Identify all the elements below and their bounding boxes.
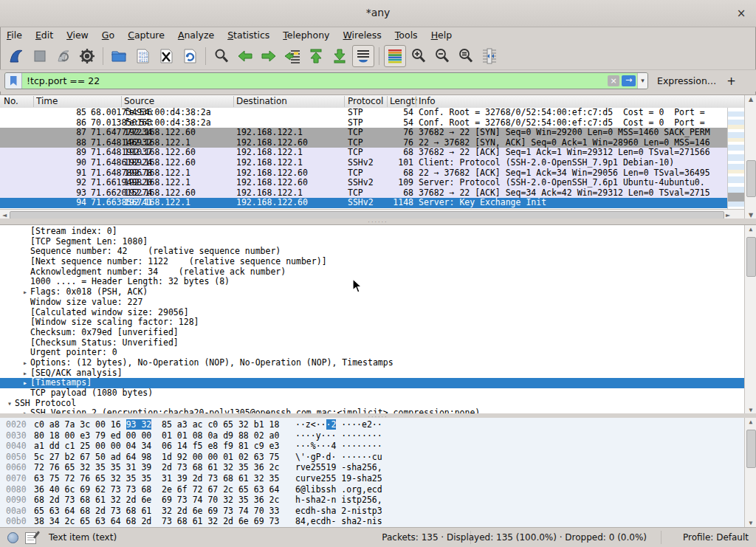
start-capture-button[interactable]: [5, 45, 27, 67]
packet-row-87[interactable]: 8771.647777234192.168.122.60192.168.122.…: [0, 128, 727, 138]
detail-line[interactable]: [Next sequence number: 1122 (relative se…: [0, 257, 744, 267]
filter-bookmark-button[interactable]: [5, 73, 22, 89]
expert-info-icon[interactable]: [7, 532, 18, 543]
column-divider[interactable]: [387, 96, 388, 107]
expander-closed-icon[interactable]: ▸: [20, 368, 30, 379]
packet-row-88[interactable]: 8871.648146932192.168.122.1192.168.122.6…: [0, 138, 727, 148]
detail-line[interactable]: [Checksum Status: Unverified]: [0, 338, 744, 348]
expander-open-icon[interactable]: ▾: [4, 399, 15, 409]
zoom-out-button[interactable]: [431, 45, 453, 67]
find-packet-button[interactable]: [210, 45, 233, 67]
detail-line[interactable]: [Stream index: 0]: [0, 227, 744, 237]
hex-row-0040[interactable]: 0040a1 dd c1 25 00 00 04 34 06 14 f5 e8 …: [0, 441, 744, 452]
column-divider[interactable]: [33, 96, 34, 107]
pane-splitter[interactable]: ······: [0, 219, 756, 224]
packet-list-header[interactable]: No.TimeSourceDestinationProtocolLengthIn…: [0, 95, 744, 109]
menu-tools[interactable]: Tools: [388, 28, 425, 42]
column-header-no[interactable]: No.: [4, 96, 33, 106]
column-divider[interactable]: [416, 96, 416, 107]
packet-row-92[interactable]: 9271.661949820192.168.122.1192.168.122.6…: [0, 178, 727, 188]
zoom-original-button[interactable]: [455, 45, 477, 67]
menu-file[interactable]: File: [0, 28, 29, 42]
detail-line[interactable]: ▸[SEQ/ACK analysis]: [0, 368, 744, 379]
column-divider[interactable]: [344, 96, 345, 107]
hex-row-0090[interactable]: 009068 2d 73 68 61 32 2d 6e 69 73 74 70 …: [0, 495, 744, 506]
profile-label[interactable]: Profile: Default: [683, 532, 749, 543]
resize-columns-button[interactable]: [478, 45, 501, 67]
restart-capture-button[interactable]: [52, 45, 75, 67]
capture-comment-icon[interactable]: [25, 532, 36, 544]
expander-closed-icon[interactable]: ▸: [20, 287, 30, 297]
expander-closed-icon[interactable]: ▸: [20, 378, 30, 388]
capture-options-button[interactable]: [76, 45, 98, 67]
add-filter-button[interactable]: +: [726, 75, 736, 88]
detail-line[interactable]: Checksum: 0x79ed [unverified]: [0, 328, 744, 338]
close-icon[interactable]: ×: [734, 6, 749, 21]
go-last-button[interactable]: [329, 45, 351, 67]
go-back-button[interactable]: [234, 45, 256, 67]
hex-row-00a0[interactable]: 00a065 63 64 68 2d 73 68 61 32 2d 6e 69 …: [0, 506, 744, 517]
go-to-packet-button[interactable]: [281, 45, 303, 67]
detail-line[interactable]: [Calculated window size: 29056]: [0, 308, 744, 318]
scrollbar-thumb[interactable]: [746, 160, 756, 197]
detail-line[interactable]: Window size value: 227: [0, 297, 744, 308]
column-header-info[interactable]: Info: [419, 96, 736, 106]
packet-row-93[interactable]: 9371.662015274192.168.122.60192.168.122.…: [0, 188, 727, 199]
hex-row-0070[interactable]: 007063 75 72 76 65 32 35 35 31 39 2d 73 …: [0, 473, 744, 484]
detail-line[interactable]: Urgent pointer: 0: [0, 348, 744, 358]
zoom-in-button[interactable]: [408, 45, 430, 67]
expression-button[interactable]: Expression…: [657, 75, 716, 86]
detail-line[interactable]: [Window size scaling factor: 128]: [0, 317, 744, 328]
scrollbar-thumb[interactable]: [746, 430, 756, 468]
packet-list-vscrollbar[interactable]: ▲ ▼: [744, 95, 756, 219]
detail-line[interactable]: Sequence number: 42 (relative sequence n…: [0, 247, 744, 257]
menu-capture[interactable]: Capture: [121, 28, 171, 42]
detail-line-selected[interactable]: ▸[Timestamps]: [0, 378, 744, 388]
packet-row-89[interactable]: 8971.648191037192.168.122.60192.168.122.…: [0, 148, 727, 158]
menu-help[interactable]: Help: [425, 28, 459, 42]
filter-clear-icon[interactable]: ×: [608, 75, 619, 86]
menu-edit[interactable]: Edit: [29, 28, 60, 42]
column-header-length[interactable]: Length: [390, 96, 417, 106]
column-header-protocol[interactable]: Protocol: [348, 96, 387, 106]
column-header-time[interactable]: Time: [36, 96, 121, 106]
filter-value[interactable]: !tcp.port == 22: [22, 75, 608, 86]
close-file-button[interactable]: [155, 45, 177, 67]
detail-line[interactable]: [TCP Segment Len: 1080]: [0, 237, 744, 247]
hex-row-0060[interactable]: 006072 76 65 32 35 35 31 39 2d 73 68 61 …: [0, 462, 744, 473]
display-filter-input[interactable]: !tcp.port == 22 × → ▾: [4, 72, 648, 89]
packet-row-86[interactable]: 8670.013850163fe:54:00:d4:38:2aSTP54Conf…: [0, 118, 727, 128]
go-forward-button[interactable]: [258, 45, 280, 67]
hex-row-0050[interactable]: 00505c 27 b2 67 50 ad 64 98 1d 92 00 00 …: [0, 452, 744, 463]
detail-line[interactable]: TCP payload (1080 bytes): [0, 388, 744, 399]
filter-dropdown-icon[interactable]: ▾: [637, 73, 647, 89]
details-vscrollbar[interactable]: ▲ ▼: [744, 225, 756, 414]
hex-row-0080[interactable]: 008036 40 6c 69 62 73 73 68 2e 6f 72 67 …: [0, 484, 744, 495]
open-file-button[interactable]: [108, 45, 130, 67]
menu-go[interactable]: Go: [95, 28, 121, 42]
bytes-vscrollbar[interactable]: ▲ ▼: [744, 418, 756, 527]
scrollbar-thumb[interactable]: [746, 237, 756, 277]
go-first-button[interactable]: [305, 45, 327, 67]
detail-line[interactable]: Acknowledgment number: 34 (relative ack …: [0, 267, 744, 278]
stop-capture-button[interactable]: [29, 45, 51, 67]
detail-line[interactable]: 1000 .... = Header Length: 32 bytes (8): [0, 277, 744, 287]
column-divider[interactable]: [121, 96, 122, 107]
menu-view[interactable]: View: [60, 28, 95, 42]
packet-row-90[interactable]: 9071.648618924192.168.122.60192.168.122.…: [0, 158, 727, 168]
hex-row-0020[interactable]: 0020c0 a8 7a 3c 00 16 93 32 85 a3 ac c0 …: [0, 419, 744, 430]
intelligent-scrollbar[interactable]: [727, 108, 745, 209]
packet-row-94[interactable]: 9471.663856741192.168.122.1192.168.122.6…: [0, 198, 727, 208]
menu-statistics[interactable]: Statistics: [221, 28, 276, 42]
colorize-button[interactable]: [384, 45, 406, 67]
save-file-button[interactable]: 010101100111: [131, 45, 154, 67]
column-header-source[interactable]: Source: [124, 96, 233, 106]
hex-row-00b0[interactable]: 00b038 34 2c 65 63 64 68 2d 73 68 61 32 …: [0, 516, 744, 527]
detail-line[interactable]: ▸Flags: 0x018 (PSH, ACK): [0, 287, 744, 297]
menu-analyze[interactable]: Analyze: [171, 28, 221, 42]
column-divider[interactable]: [233, 96, 234, 107]
reload-file-button[interactable]: [179, 45, 201, 67]
detail-line[interactable]: ▸Options: (12 bytes), No-Operation (NOP)…: [0, 358, 744, 368]
expander-closed-icon[interactable]: ▸: [20, 358, 30, 368]
auto-scroll-button[interactable]: [352, 45, 374, 67]
